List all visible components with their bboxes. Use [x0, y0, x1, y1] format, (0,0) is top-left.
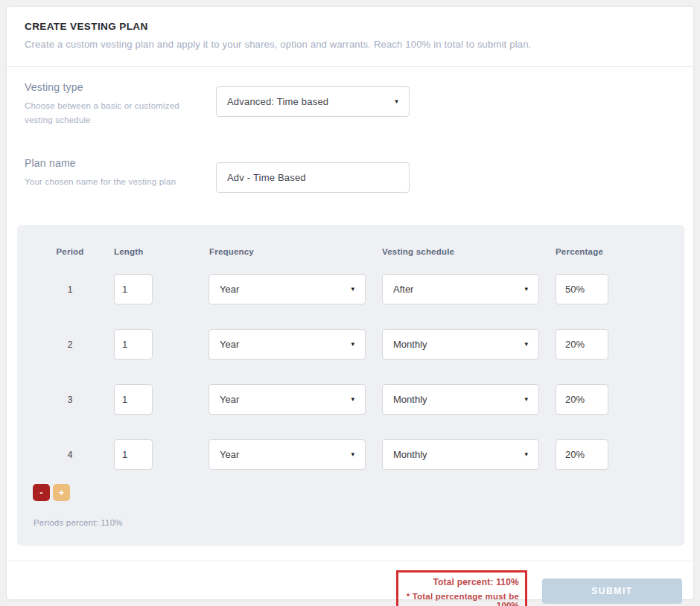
frequency-selected-value: Year [220, 394, 239, 405]
frequency-select[interactable]: Year ▾ [209, 329, 366, 360]
chevron-down-icon: ▾ [351, 451, 354, 458]
vesting-schedule-select[interactable]: Monthly ▾ [382, 384, 539, 415]
create-vesting-plan-card: CREATE VESTING PLAN Create a custom vest… [6, 6, 694, 600]
vesting-type-selected-value: Advanced: Time based [227, 96, 328, 107]
length-input[interactable] [114, 384, 153, 415]
chevron-down-icon: ▾ [351, 396, 354, 403]
frequency-select[interactable]: Year ▾ [209, 274, 366, 304]
percentage-input[interactable] [556, 439, 608, 470]
plan-name-input[interactable] [216, 162, 410, 193]
add-period-button[interactable]: + [53, 484, 70, 501]
minus-icon: - [39, 487, 42, 498]
percentage-input[interactable] [556, 274, 608, 304]
card-footer: Total percent: 110% * Total percentage m… [7, 561, 693, 606]
length-input[interactable] [114, 439, 153, 470]
period-number: 3 [55, 384, 85, 415]
chevron-down-icon: ▾ [524, 341, 528, 348]
periods-table-header: Period Length Frequency Vesting schedule… [17, 247, 684, 257]
periods-panel: Period Length Frequency Vesting schedule… [17, 225, 684, 546]
frequency-selected-value: Year [220, 449, 239, 460]
plan-name-description: Your chosen name for the vesting plan [25, 175, 200, 189]
column-header-percentage: Percentage [556, 247, 603, 256]
period-number: 4 [55, 439, 85, 470]
vesting-schedule-selected-value: Monthly [393, 394, 427, 405]
period-number: 2 [55, 329, 85, 360]
plus-icon: + [59, 487, 65, 498]
length-input[interactable] [114, 274, 153, 304]
frequency-select[interactable]: Year ▾ [209, 439, 366, 470]
chevron-down-icon: ▾ [524, 286, 528, 293]
plan-name-field-row: Plan name Your chosen name for the vesti… [7, 157, 693, 206]
validation-message: * Total percentage must be 100% [401, 592, 519, 606]
vesting-schedule-select[interactable]: Monthly ▾ [382, 329, 539, 360]
frequency-selected-value: Year [220, 339, 239, 350]
frequency-select[interactable]: Year ▾ [209, 384, 366, 415]
percentage-input[interactable] [556, 329, 608, 360]
vesting-schedule-select[interactable]: Monthly ▾ [382, 439, 539, 470]
chevron-down-icon: ▾ [524, 451, 528, 458]
frequency-selected-value: Year [220, 284, 239, 295]
remove-period-button[interactable]: - [33, 484, 50, 501]
vesting-type-field-row: Vesting type Choose between a basic or c… [7, 81, 693, 148]
vesting-schedule-select[interactable]: After ▾ [382, 274, 539, 304]
card-header: CREATE VESTING PLAN Create a custom vest… [7, 7, 693, 67]
chevron-down-icon: ▾ [395, 98, 398, 105]
page-subtitle: Create a custom vesting plan and apply i… [25, 39, 675, 50]
column-header-period: Period [55, 247, 85, 256]
period-row-2: 2 Year ▾ Monthly ▾ [17, 329, 684, 360]
chevron-down-icon: ▾ [351, 286, 354, 293]
column-header-vesting-schedule: Vesting schedule [382, 247, 454, 256]
chevron-down-icon: ▾ [351, 341, 354, 348]
periods-percent-text: Periods percent: 110% [34, 518, 123, 527]
vesting-schedule-selected-value: After [393, 284, 413, 295]
period-row-3: 3 Year ▾ Monthly ▾ [17, 384, 684, 415]
column-header-length: Length [114, 247, 144, 256]
vesting-schedule-selected-value: Monthly [393, 449, 427, 460]
row-buttons: - + [17, 484, 684, 501]
vesting-type-select[interactable]: Advanced: Time based ▾ [216, 86, 410, 117]
period-row-4: 4 Year ▾ Monthly ▾ [17, 439, 684, 470]
column-header-frequency: Frequency [209, 247, 254, 256]
period-row-1: 1 Year ▾ After ▾ [17, 274, 684, 304]
chevron-down-icon: ▾ [524, 396, 528, 403]
vesting-schedule-selected-value: Monthly [393, 339, 427, 350]
total-percent-text: Total percent: 110% [401, 577, 519, 587]
submit-button[interactable]: SUBMIT [542, 578, 682, 604]
percentage-input[interactable] [556, 384, 608, 415]
vesting-type-description: Choose between a basic or customized ves… [25, 99, 200, 127]
total-percent-error-box: Total percent: 110% * Total percentage m… [396, 570, 527, 606]
length-input[interactable] [114, 329, 153, 360]
period-number: 1 [55, 274, 85, 304]
page-title: CREATE VESTING PLAN [25, 21, 675, 32]
